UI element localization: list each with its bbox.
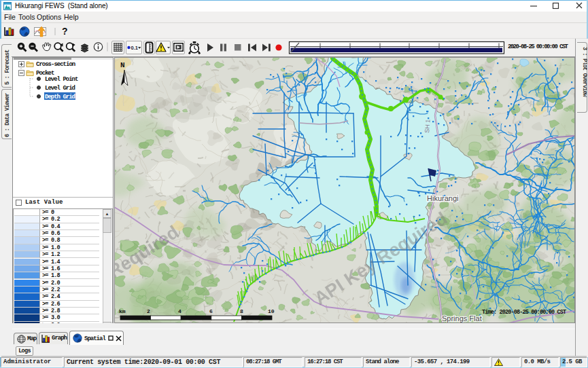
svg-text:Hikurangi: Hikurangi bbox=[427, 194, 458, 202]
svg-text:Time: 2020-08-25 00:00:00 CST: Time: 2020-08-25 00:00:00 CST bbox=[482, 309, 566, 316]
svg-text:6: 6 bbox=[209, 308, 213, 314]
svg-text:2: 2 bbox=[147, 308, 150, 314]
svg-text:km: km bbox=[119, 308, 126, 314]
svg-text:SH 1: SH 1 bbox=[423, 119, 432, 133]
svg-text:Springs Flat: Springs Flat bbox=[442, 314, 482, 323]
svg-text:6 : Data Viewer: 6 : Data Viewer bbox=[4, 93, 11, 137]
svg-text:0.1: 0.1 bbox=[131, 45, 138, 51]
svg-text:3 : Plot Overview: 3 : Plot Overview bbox=[581, 47, 588, 98]
svg-text:4: 4 bbox=[178, 308, 181, 314]
svg-text:5 : Forecast: 5 : Forecast bbox=[4, 50, 11, 85]
svg-text:N: N bbox=[120, 61, 125, 69]
svg-text:10: 10 bbox=[268, 308, 275, 314]
svg-text:8: 8 bbox=[240, 308, 243, 314]
